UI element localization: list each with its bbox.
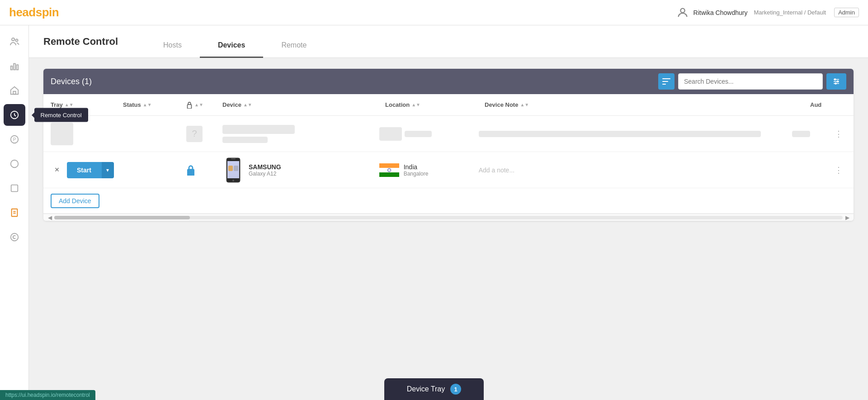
sidebar-item-remote-wrapper: Remote Control: [4, 104, 25, 126]
svg-rect-6: [13, 91, 16, 94]
start-button[interactable]: Start: [67, 162, 101, 178]
add-device-button[interactable]: Add Device: [51, 194, 99, 208]
note-content-samsung[interactable]: Add a note...: [479, 166, 792, 174]
col-header-note: Device Note ▲▼: [485, 101, 810, 108]
start-dropdown-button[interactable]: ▾: [101, 162, 114, 178]
logo: headspin: [9, 5, 59, 19]
more-btn-loading[interactable]: ⋮: [831, 127, 846, 141]
user-name: Ritwika Chowdhury: [693, 9, 748, 16]
col-header-tray: Tray ▲▼: [51, 101, 123, 108]
col-header-aud: Aud: [810, 101, 846, 108]
device-model: Galaxy A12: [249, 171, 281, 177]
url-bar: https://ui.headspin.io/remotecontrol: [0, 390, 95, 400]
tab-remote[interactable]: Remote: [263, 41, 325, 58]
start-btn-group: Start ▾: [67, 162, 114, 178]
location-text: India Bangalore: [404, 163, 429, 177]
india-flag-icon: [379, 163, 399, 177]
svg-rect-3: [10, 66, 12, 70]
device-phone-icon: [225, 157, 241, 183]
sidebar-item-doc[interactable]: [4, 202, 25, 224]
loading-lock-area: ?: [186, 126, 222, 142]
more-btn-samsung[interactable]: ⋮: [831, 163, 846, 177]
devices-panel: Devices (1): [43, 69, 854, 221]
svg-rect-34: [234, 166, 238, 171]
tab-hosts[interactable]: Hosts: [145, 41, 200, 58]
col-header-location: Location ▲▼: [385, 101, 485, 108]
main-content: Devices (1): [29, 58, 868, 400]
svg-point-1: [12, 38, 14, 41]
sidebar-item-users[interactable]: [4, 31, 25, 52]
sort-icon-location[interactable]: ▲▼: [411, 103, 420, 107]
device-image-wrap: [222, 157, 244, 184]
table-row-samsung: × Start ▾: [43, 152, 854, 188]
location-city: Bangalore: [404, 171, 429, 177]
sidebar-item-home[interactable]: [4, 80, 25, 101]
sidebar-item-p[interactable]: P: [4, 129, 25, 150]
svg-rect-11: [11, 185, 18, 192]
sidebar: Remote Control P: [0, 25, 29, 400]
search-input[interactable]: [678, 73, 823, 90]
svg-point-31: [232, 180, 234, 181]
tabs: Hosts Devices Remote: [145, 25, 325, 57]
top-header: headspin Ritwika Chowdhury Marketing_Int…: [0, 0, 868, 25]
svg-rect-33: [228, 166, 233, 171]
loading-device-area: [222, 125, 379, 143]
device-tray-count: 1: [450, 384, 461, 395]
scroll-right-arrow[interactable]: ▶: [843, 213, 852, 221]
device-name: SAMSUNG: [249, 163, 281, 171]
tab-devices[interactable]: Devices: [200, 41, 264, 58]
loading-aud-area: [792, 131, 828, 137]
sort-icon-device[interactable]: ▲▼: [243, 103, 252, 107]
remove-from-tray-button[interactable]: ×: [51, 164, 63, 176]
table-row-loading: ?: [43, 116, 854, 152]
filter-button[interactable]: [658, 73, 675, 90]
note-placeholder[interactable]: Add a note...: [479, 167, 514, 174]
sidebar-item-copyright[interactable]: [4, 226, 25, 248]
devices-panel-title: Devices (1): [51, 77, 92, 86]
svg-rect-26: [188, 169, 193, 175]
sidebar-item-remote[interactable]: [4, 104, 25, 126]
svg-point-2: [15, 39, 18, 42]
device-content-samsung: SAMSUNG Galaxy A12: [222, 157, 379, 184]
col-header-device: Device ▲▼: [222, 101, 385, 108]
sidebar-item-m[interactable]: [4, 153, 25, 175]
svg-point-15: [10, 233, 18, 241]
svg-rect-5: [16, 65, 18, 70]
skeleton-sq-1: [51, 123, 73, 145]
page-header: Remote Control Hosts Devices Remote: [29, 25, 868, 58]
scrollbar-track[interactable]: [54, 216, 843, 219]
scrollbar-thumb[interactable]: [54, 216, 190, 219]
device-tray-bar[interactable]: Device Tray 1: [384, 378, 484, 400]
svg-point-23: [837, 81, 839, 82]
main-layout: Remote Control P: [0, 25, 868, 400]
loading-actions-area: ⋮: [828, 127, 846, 141]
admin-badge: Admin: [834, 8, 859, 17]
svg-rect-4: [14, 64, 15, 70]
devices-panel-header: Devices (1): [43, 69, 854, 94]
svg-rect-35: [379, 163, 399, 168]
user-role: Marketing_Internal / Default: [754, 9, 826, 16]
scroll-left-arrow[interactable]: ◀: [45, 213, 54, 221]
user-icon: [676, 6, 689, 19]
sort-icon-note[interactable]: ▲▼: [520, 103, 529, 107]
svg-rect-17: [662, 81, 668, 82]
svg-point-22: [835, 79, 836, 80]
add-device-area: Add Device: [51, 190, 99, 212]
devices-header-right: [658, 73, 846, 90]
sort-icon-tray[interactable]: ▲▼: [65, 103, 74, 107]
settings-button[interactable]: [826, 73, 846, 90]
sort-icon-lock[interactable]: ▲▼: [194, 103, 203, 107]
svg-rect-18: [662, 84, 666, 85]
svg-rect-16: [662, 78, 670, 79]
add-device-row: Add Device: [43, 188, 854, 214]
user-area: Ritwika Chowdhury Marketing_Internal / D…: [676, 6, 859, 19]
svg-point-24: [835, 83, 836, 84]
col-header-status: Status ▲▼: [123, 101, 186, 108]
page-title: Remote Control: [43, 36, 118, 48]
content-area: Remote Control Hosts Devices Remote Devi…: [29, 25, 868, 400]
tray-content-samsung: × Start ▾: [51, 162, 123, 178]
sort-icon-status[interactable]: ▲▼: [143, 103, 152, 107]
device-text: SAMSUNG Galaxy A12: [249, 163, 281, 177]
sidebar-item-d[interactable]: [4, 177, 25, 199]
sidebar-item-chart[interactable]: [4, 55, 25, 77]
